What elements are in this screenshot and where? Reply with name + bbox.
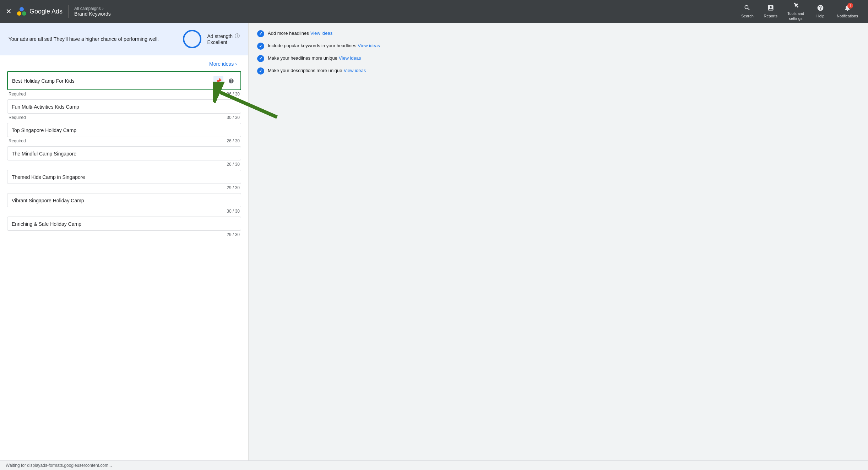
headline-field-h1[interactable]: Best Holiday Camp For Kids📌 xyxy=(7,71,241,90)
right-panel: Add more headlinesView ideasInclude popu… xyxy=(249,23,868,470)
ad-strength-help-icon[interactable]: ⓘ xyxy=(235,33,240,39)
headline-text-h1: Best Holiday Camp For Kids xyxy=(12,78,211,84)
suggestion-check-2 xyxy=(257,55,264,62)
field-meta-h6: 30 / 30 xyxy=(7,209,241,214)
help-label: Help xyxy=(817,14,825,18)
field-count-h5: 29 / 30 xyxy=(227,185,240,190)
ad-strength-value: Excellent xyxy=(207,39,240,45)
google-ads-logo: Google Ads xyxy=(16,6,63,17)
field-required-label-h1: Required xyxy=(9,92,26,97)
banner-text: Your ads are all set! They'll have a hig… xyxy=(9,36,159,42)
svg-point-1 xyxy=(22,11,26,16)
ad-strength-circle xyxy=(183,30,201,48)
more-ideas-link[interactable]: More ideas › xyxy=(7,61,241,67)
field-count-h4: 26 / 30 xyxy=(227,162,240,167)
headline-field-container-h7: Enriching & Safe Holiday Camp29 / 30 xyxy=(7,217,241,237)
headline-field-h2[interactable]: Fun Multi-Activities Kids Camp xyxy=(7,99,241,114)
headline-field-h6[interactable]: Vibrant Singapore Holiday Camp xyxy=(7,193,241,207)
svg-point-2 xyxy=(20,7,24,11)
headline-field-h4[interactable]: The Mindful Camp Singapore xyxy=(7,146,241,160)
suggestion-view-ideas-link-3[interactable]: View ideas xyxy=(344,68,366,73)
field-meta-h1: Required26 / 30 xyxy=(7,92,241,97)
close-button[interactable]: ✕ xyxy=(6,7,12,16)
suggestion-text-3: Make your descriptions more unique xyxy=(268,68,342,73)
headline-text-h3: Top Singapore Holiday Camp xyxy=(12,127,237,133)
headline-text-h2: Fun Multi-Activities Kids Camp xyxy=(12,104,237,110)
headline-text-h6: Vibrant Singapore Holiday Camp xyxy=(12,198,237,203)
topnav: ✕ Google Ads All campaigns › Brand Keywo… xyxy=(0,0,868,23)
suggestion-view-ideas-link-2[interactable]: View ideas xyxy=(339,55,361,61)
notifications-nav-button[interactable]: ! Notifications xyxy=(832,1,862,21)
breadcrumb-arrow: › xyxy=(102,6,104,11)
notifications-label: Notifications xyxy=(837,14,858,18)
field-meta-h2: Required30 / 30 xyxy=(7,115,241,120)
headline-text-h7: Enriching & Safe Holiday Camp xyxy=(12,221,237,227)
field-meta-h7: 29 / 30 xyxy=(7,232,241,237)
headline-field-h5[interactable]: Themed Kids Camp in Singapore xyxy=(7,170,241,184)
suggestion-check-3 xyxy=(257,67,264,75)
headline-field-container-h3: Top Singapore Holiday CampRequired26 / 3… xyxy=(7,123,241,143)
reports-nav-button[interactable]: Reports xyxy=(759,1,782,21)
pin-button-h1[interactable]: 📌 xyxy=(213,76,223,86)
reports-label: Reports xyxy=(764,14,777,18)
headline-fields-list: Best Holiday Camp For Kids📌Required26 / … xyxy=(7,71,241,237)
field-meta-h4: 26 / 30 xyxy=(7,162,241,167)
field-count-h2: 30 / 30 xyxy=(227,115,240,120)
search-nav-button[interactable]: Search xyxy=(737,1,758,21)
headline-field-container-h4: The Mindful Camp Singapore26 / 30 xyxy=(7,146,241,167)
headline-field-container-h1: Best Holiday Camp For Kids📌Required26 / … xyxy=(7,71,241,97)
google-ads-label: Google Ads xyxy=(29,8,63,15)
headline-field-container-h6: Vibrant Singapore Holiday Camp30 / 30 xyxy=(7,193,241,214)
ad-strength-label: Ad strength ⓘ xyxy=(207,33,240,39)
suggestion-text-1: Include popular keywords in your headlin… xyxy=(268,43,356,48)
nav-actions: Search Reports Tools and settings Help xyxy=(737,0,862,24)
headline-field-container-h2: Fun Multi-Activities Kids CampRequired30… xyxy=(7,99,241,120)
tools-icon xyxy=(792,2,799,11)
suggestions-list: Add more headlinesView ideasInclude popu… xyxy=(257,30,859,75)
headline-text-h4: The Mindful Camp Singapore xyxy=(12,151,237,157)
suggestion-check-0 xyxy=(257,30,264,37)
ad-strength-right: Ad strength ⓘ Excellent xyxy=(183,30,240,48)
help-button-h1[interactable] xyxy=(226,76,236,86)
ad-strength-info: Ad strength ⓘ Excellent xyxy=(207,33,240,45)
svg-point-0 xyxy=(17,11,21,16)
breadcrumb-parent[interactable]: All campaigns › xyxy=(74,6,111,11)
main-content: Your ads are all set! They'll have a hig… xyxy=(0,23,868,470)
reports-icon xyxy=(767,4,774,13)
google-logo-icon xyxy=(16,6,27,17)
field-meta-h5: 29 / 30 xyxy=(7,185,241,190)
field-required-label-h3: Required xyxy=(9,138,26,143)
search-icon xyxy=(744,4,751,13)
ad-strength-banner: Your ads are all set! They'll have a hig… xyxy=(0,23,248,55)
field-count-h6: 30 / 30 xyxy=(227,209,240,214)
headline-actions-h1: 📌 xyxy=(213,76,236,86)
nav-divider xyxy=(68,5,69,18)
field-meta-h3: Required26 / 30 xyxy=(7,138,241,143)
suggestion-check-1 xyxy=(257,43,264,50)
suggestion-view-ideas-link-0[interactable]: View ideas xyxy=(310,31,333,36)
field-count-h7: 29 / 30 xyxy=(227,232,240,237)
headline-field-h7[interactable]: Enriching & Safe Holiday Camp xyxy=(7,217,241,231)
notifications-icon: ! xyxy=(844,4,851,13)
headline-text-h5: Themed Kids Camp in Singapore xyxy=(12,174,237,180)
suggestion-item-3: Make your descriptions more uniqueView i… xyxy=(257,67,859,75)
tools-nav-button[interactable]: Tools and settings xyxy=(783,0,808,24)
status-text: Waiting for displayads-formats.googleuse… xyxy=(6,463,112,468)
field-count-h1: 26 / 30 xyxy=(227,92,240,97)
breadcrumb-current: Brand Keywords xyxy=(74,11,111,17)
status-bar: Waiting for displayads-formats.googleuse… xyxy=(0,460,868,470)
search-label: Search xyxy=(741,14,754,18)
suggestion-text-2: Make your headlines more unique xyxy=(268,55,337,61)
field-count-h3: 26 / 30 xyxy=(227,138,240,143)
ideas-section: More ideas › Best Holiday Camp For Kids📌… xyxy=(0,55,248,246)
suggestion-text-0: Add more headlines xyxy=(268,31,309,36)
headline-field-container-h5: Themed Kids Camp in Singapore29 / 30 xyxy=(7,170,241,190)
help-nav-button[interactable]: Help xyxy=(810,1,831,21)
headline-field-h3[interactable]: Top Singapore Holiday Camp xyxy=(7,123,241,137)
left-panel: Your ads are all set! They'll have a hig… xyxy=(0,23,249,470)
tools-label: Tools and settings xyxy=(787,11,804,21)
suggestion-item-0: Add more headlinesView ideas xyxy=(257,30,859,37)
suggestion-view-ideas-link-1[interactable]: View ideas xyxy=(358,43,380,48)
breadcrumb: All campaigns › Brand Keywords xyxy=(74,6,111,17)
notification-badge: ! xyxy=(847,3,853,9)
